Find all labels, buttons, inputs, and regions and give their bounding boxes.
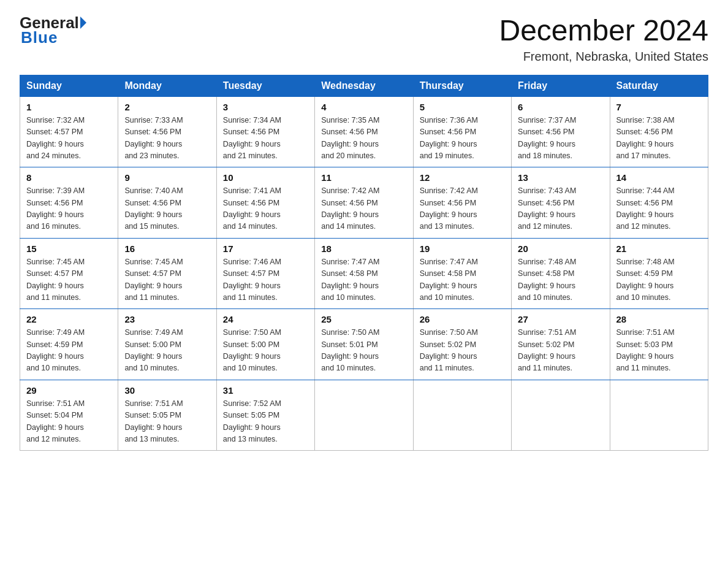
- calendar-cell: 1Sunrise: 7:32 AMSunset: 4:57 PMDaylight…: [20, 96, 118, 167]
- day-info: Sunrise: 7:50 AMSunset: 5:00 PMDaylight:…: [223, 327, 308, 375]
- calendar-cell: 10Sunrise: 7:41 AMSunset: 4:56 PMDayligh…: [216, 167, 314, 239]
- day-number: 5: [420, 102, 505, 112]
- day-number: 3: [223, 102, 308, 112]
- calendar-cell: 17Sunrise: 7:46 AMSunset: 4:57 PMDayligh…: [216, 238, 314, 309]
- day-number: 28: [616, 314, 702, 324]
- calendar-cell: 5Sunrise: 7:36 AMSunset: 4:56 PMDaylight…: [413, 96, 511, 167]
- day-header-tuesday: Tuesday: [216, 75, 314, 96]
- day-info: Sunrise: 7:50 AMSunset: 5:01 PMDaylight:…: [321, 327, 406, 375]
- day-number: 25: [321, 314, 406, 324]
- day-header-friday: Friday: [512, 75, 610, 96]
- calendar-cell: [315, 380, 413, 451]
- day-number: 12: [420, 172, 505, 183]
- day-info: Sunrise: 7:42 AMSunset: 4:56 PMDaylight:…: [321, 185, 406, 233]
- day-info: Sunrise: 7:47 AMSunset: 4:58 PMDaylight:…: [420, 256, 505, 304]
- day-info: Sunrise: 7:34 AMSunset: 4:56 PMDaylight:…: [223, 115, 308, 163]
- day-header-monday: Monday: [118, 75, 216, 96]
- day-number: 22: [26, 314, 112, 324]
- day-number: 4: [321, 102, 406, 112]
- day-number: 26: [420, 314, 505, 324]
- day-number: 2: [124, 102, 210, 112]
- day-number: 31: [223, 385, 308, 396]
- day-number: 7: [616, 102, 702, 112]
- day-info: Sunrise: 7:46 AMSunset: 4:57 PMDaylight:…: [223, 256, 308, 304]
- calendar-cell: 19Sunrise: 7:47 AMSunset: 4:58 PMDayligh…: [413, 238, 511, 309]
- calendar-cell: 18Sunrise: 7:47 AMSunset: 4:58 PMDayligh…: [315, 238, 413, 309]
- calendar-cell: [512, 380, 610, 451]
- day-info: Sunrise: 7:52 AMSunset: 5:05 PMDaylight:…: [223, 398, 308, 446]
- calendar-cell: [413, 380, 511, 451]
- calendar-title-area: December 2024 Fremont, Nebraska, United …: [499, 15, 708, 64]
- calendar-cell: 9Sunrise: 7:40 AMSunset: 4:56 PMDaylight…: [118, 167, 216, 239]
- day-number: 9: [124, 172, 210, 183]
- day-header-saturday: Saturday: [610, 75, 708, 96]
- day-number: 13: [518, 172, 603, 183]
- day-info: Sunrise: 7:51 AMSunset: 5:05 PMDaylight:…: [124, 398, 210, 446]
- calendar-cell: 30Sunrise: 7:51 AMSunset: 5:05 PMDayligh…: [118, 380, 216, 451]
- day-info: Sunrise: 7:40 AMSunset: 4:56 PMDaylight:…: [124, 185, 210, 233]
- logo-blue: Blue: [21, 28, 58, 47]
- calendar-cell: 24Sunrise: 7:50 AMSunset: 5:00 PMDayligh…: [216, 309, 314, 380]
- day-info: Sunrise: 7:45 AMSunset: 4:57 PMDaylight:…: [124, 256, 210, 304]
- week-row-2: 8Sunrise: 7:39 AMSunset: 4:56 PMDaylight…: [20, 167, 708, 239]
- calendar-cell: 3Sunrise: 7:34 AMSunset: 4:56 PMDaylight…: [216, 96, 314, 167]
- logo-arrow-icon: [80, 17, 86, 29]
- calendar-cell: 22Sunrise: 7:49 AMSunset: 4:59 PMDayligh…: [20, 309, 118, 380]
- calendar-cell: 20Sunrise: 7:48 AMSunset: 4:58 PMDayligh…: [512, 238, 610, 309]
- day-info: Sunrise: 7:47 AMSunset: 4:58 PMDaylight:…: [321, 256, 406, 304]
- day-number: 19: [420, 243, 505, 254]
- day-number: 17: [223, 243, 308, 254]
- day-info: Sunrise: 7:39 AMSunset: 4:56 PMDaylight:…: [26, 185, 112, 233]
- calendar-cell: 23Sunrise: 7:49 AMSunset: 5:00 PMDayligh…: [118, 309, 216, 380]
- calendar-cell: 13Sunrise: 7:43 AMSunset: 4:56 PMDayligh…: [512, 167, 610, 239]
- day-number: 30: [124, 385, 210, 396]
- calendar-cell: 14Sunrise: 7:44 AMSunset: 4:56 PMDayligh…: [610, 167, 708, 239]
- calendar-cell: 28Sunrise: 7:51 AMSunset: 5:03 PMDayligh…: [610, 309, 708, 380]
- calendar-title: December 2024: [499, 15, 708, 47]
- calendar-cell: 27Sunrise: 7:51 AMSunset: 5:02 PMDayligh…: [512, 309, 610, 380]
- day-info: Sunrise: 7:38 AMSunset: 4:56 PMDaylight:…: [616, 115, 702, 163]
- calendar-cell: 16Sunrise: 7:45 AMSunset: 4:57 PMDayligh…: [118, 238, 216, 309]
- week-row-5: 29Sunrise: 7:51 AMSunset: 5:04 PMDayligh…: [20, 380, 708, 451]
- day-number: 16: [124, 243, 210, 254]
- calendar-cell: 11Sunrise: 7:42 AMSunset: 4:56 PMDayligh…: [315, 167, 413, 239]
- day-header-sunday: Sunday: [20, 75, 118, 96]
- day-info: Sunrise: 7:49 AMSunset: 4:59 PMDaylight:…: [26, 327, 112, 375]
- week-row-1: 1Sunrise: 7:32 AMSunset: 4:57 PMDaylight…: [20, 96, 708, 167]
- day-number: 29: [26, 385, 112, 396]
- day-header-wednesday: Wednesday: [315, 75, 413, 96]
- day-number: 24: [223, 314, 308, 324]
- day-info: Sunrise: 7:32 AMSunset: 4:57 PMDaylight:…: [26, 115, 112, 163]
- day-info: Sunrise: 7:33 AMSunset: 4:56 PMDaylight:…: [124, 115, 210, 163]
- day-headers-row: SundayMondayTuesdayWednesdayThursdayFrid…: [20, 75, 708, 96]
- day-info: Sunrise: 7:42 AMSunset: 4:56 PMDaylight:…: [420, 185, 505, 233]
- day-info: Sunrise: 7:43 AMSunset: 4:56 PMDaylight:…: [518, 185, 603, 233]
- day-number: 11: [321, 172, 406, 183]
- day-number: 8: [26, 172, 112, 183]
- calendar-cell: 6Sunrise: 7:37 AMSunset: 4:56 PMDaylight…: [512, 96, 610, 167]
- week-row-3: 15Sunrise: 7:45 AMSunset: 4:57 PMDayligh…: [20, 238, 708, 309]
- calendar-cell: 8Sunrise: 7:39 AMSunset: 4:56 PMDaylight…: [20, 167, 118, 239]
- calendar-cell: 15Sunrise: 7:45 AMSunset: 4:57 PMDayligh…: [20, 238, 118, 309]
- calendar-cell: 12Sunrise: 7:42 AMSunset: 4:56 PMDayligh…: [413, 167, 511, 239]
- day-info: Sunrise: 7:51 AMSunset: 5:02 PMDaylight:…: [518, 327, 603, 375]
- calendar-cell: 7Sunrise: 7:38 AMSunset: 4:56 PMDaylight…: [610, 96, 708, 167]
- calendar-table: SundayMondayTuesdayWednesdayThursdayFrid…: [20, 75, 708, 451]
- week-row-4: 22Sunrise: 7:49 AMSunset: 4:59 PMDayligh…: [20, 309, 708, 380]
- day-info: Sunrise: 7:37 AMSunset: 4:56 PMDaylight:…: [518, 115, 603, 163]
- day-number: 20: [518, 243, 603, 254]
- day-info: Sunrise: 7:35 AMSunset: 4:56 PMDaylight:…: [321, 115, 406, 163]
- day-info: Sunrise: 7:51 AMSunset: 5:04 PMDaylight:…: [26, 398, 112, 446]
- day-info: Sunrise: 7:36 AMSunset: 4:56 PMDaylight:…: [420, 115, 505, 163]
- day-info: Sunrise: 7:49 AMSunset: 5:00 PMDaylight:…: [124, 327, 210, 375]
- day-number: 18: [321, 243, 406, 254]
- calendar-cell: [610, 380, 708, 451]
- day-info: Sunrise: 7:41 AMSunset: 4:56 PMDaylight:…: [223, 185, 308, 233]
- calendar-cell: 4Sunrise: 7:35 AMSunset: 4:56 PMDaylight…: [315, 96, 413, 167]
- calendar-cell: 2Sunrise: 7:33 AMSunset: 4:56 PMDaylight…: [118, 96, 216, 167]
- calendar-cell: 31Sunrise: 7:52 AMSunset: 5:05 PMDayligh…: [216, 380, 314, 451]
- day-info: Sunrise: 7:48 AMSunset: 4:58 PMDaylight:…: [518, 256, 603, 304]
- calendar-cell: 21Sunrise: 7:48 AMSunset: 4:59 PMDayligh…: [610, 238, 708, 309]
- day-info: Sunrise: 7:45 AMSunset: 4:57 PMDaylight:…: [26, 256, 112, 304]
- calendar-subtitle: Fremont, Nebraska, United States: [499, 50, 708, 64]
